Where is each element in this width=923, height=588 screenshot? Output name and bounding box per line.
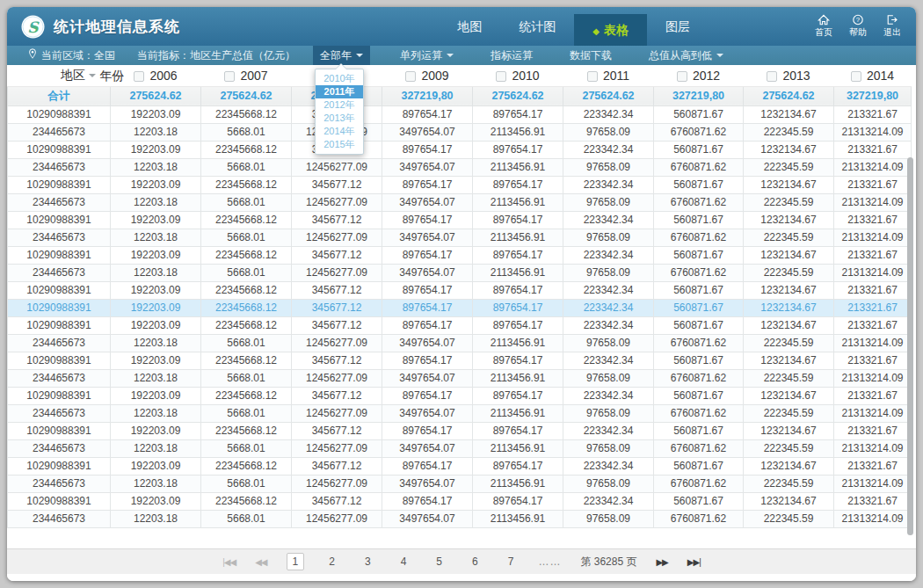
table-row[interactable]: 23446567312203.185668.0112456277.0934976… [8,475,912,492]
table-row[interactable]: 10290988391192203.0922345668.12345677.12… [8,422,912,439]
table-row[interactable]: 23446567312203.185668.0112456277.0934976… [8,404,912,422]
previous-page-button[interactable]: ◀◀ [255,557,266,567]
year-filter-button[interactable]: 全部年 2010年2011年2012年2013年2014年2015年 [313,46,370,65]
tab-table[interactable]: ◆表格 [574,14,647,46]
first-page-button[interactable]: |◀◀ [222,557,236,567]
help-button[interactable]: ? 帮助 [847,14,869,39]
table-cell: 897654.17 [473,299,563,316]
vertical-scrollbar[interactable] [907,157,913,535]
table-row[interactable]: 23446567312203.185668.0112456277.0934976… [8,229,912,246]
table-row[interactable]: 23446567312203.185668.0112456277.0934976… [8,123,912,141]
table-row[interactable]: 10290988391192203.0922345668.12345677.12… [8,316,912,334]
table-cell: 223342.34 [563,299,654,316]
table-cell: 222345.59 [744,510,834,527]
data-download-button[interactable]: 数据下载 [563,46,619,65]
page-number-button[interactable]: 5 [431,554,447,570]
table-row[interactable]: 23446567312203.185668.0112456277.0934976… [8,334,912,352]
year-checkbox[interactable] [851,71,861,82]
total-cell: 275624.62 [563,86,654,105]
table-cell: 560871.67 [654,457,744,475]
table-cell: 21313214.09 [834,264,912,281]
table-row[interactable]: 23446567312203.185668.0112456277.0934976… [8,510,912,527]
year-checkbox[interactable] [134,71,144,82]
table-cell: 560871.67 [654,105,744,123]
column-calc-label: 单列运算 [400,48,442,63]
table-cell: 897654.17 [382,457,473,475]
table-cell: 897654.17 [382,105,473,123]
year-column-header: 2010 [473,65,563,86]
table-row[interactable]: 10290988391192203.0922345668.12345677.12… [8,246,912,264]
year-checkbox[interactable] [767,71,777,82]
exit-icon [886,14,898,25]
logout-button[interactable]: 退出 [881,14,904,39]
table-cell: 897654.17 [382,281,473,299]
table-cell: 22345668.12 [201,352,292,369]
home-button[interactable]: 首页 [812,14,835,39]
column-calc-button[interactable]: 单列运算 [393,46,461,65]
tab-statistics-chart[interactable]: 统计图 [500,7,574,46]
table-cell: 345677.12 [292,299,382,316]
year-option[interactable]: 2015年 [316,138,363,151]
year-column-header: 2014 [834,65,912,86]
indicator-calc-button[interactable]: 指标运算 [483,46,540,65]
table-cell: 97658.09 [563,369,654,387]
table-row[interactable]: 23446567312203.185668.0112456277.0934976… [8,158,912,176]
table-cell: 560871.67 [654,141,744,158]
table-cell: 223342.34 [563,387,654,404]
last-page-button[interactable]: ▶▶| [687,557,701,567]
table-cell: 897654.17 [382,211,473,229]
tab-map[interactable]: 地图 [439,7,500,46]
table-row[interactable]: 23446567312203.185668.0112456277.0934976… [8,264,912,281]
table-cell: 21313214.09 [834,510,912,527]
page-number-button[interactable]: 7 [503,554,520,570]
year-checkbox[interactable] [224,71,235,82]
table-row[interactable]: 10290988391192203.0922345668.12345677.12… [8,176,912,193]
table-row[interactable]: 10290988391192203.0922345668.12345677.12… [8,105,912,123]
year-label: 2014 [867,69,894,83]
year-checkbox[interactable] [405,71,416,82]
table-cell: 22345668.12 [201,457,292,475]
year-option[interactable]: 2014年 [316,125,363,138]
table-cell: 10290988391 [8,246,111,264]
year-checkbox[interactable] [587,71,598,82]
table-cell: 21313214.09 [834,369,912,387]
next-page-button[interactable]: ▶▶ [656,557,667,567]
table-row[interactable]: 23446567312203.185668.0112456277.0934976… [8,193,912,211]
total-cell: 275624.62 [111,86,201,105]
page-number-button[interactable]: 4 [396,554,412,570]
page-number-button[interactable]: 3 [360,554,376,570]
table-cell: 97658.09 [563,439,654,457]
year-checkbox[interactable] [677,71,687,82]
table-row[interactable]: 10290988391192203.0922345668.12345677.12… [8,457,912,475]
year-option[interactable]: 2010年 [316,72,363,85]
table-row[interactable]: 10290988391192203.0922345668.12345677.12… [8,387,912,404]
table-cell: 223342.34 [563,246,654,264]
page-number-button[interactable]: 6 [467,554,483,570]
table-row[interactable]: 10290988391192203.0922345668.12345677.12… [8,352,912,369]
table-cell: 213321.67 [834,316,912,334]
tab-layers[interactable]: 图层 [647,7,709,46]
table-row[interactable]: 23446567312203.185668.0112456277.0934976… [8,439,912,457]
year-option-selected[interactable]: 2011年 [316,85,363,98]
sort-order-button[interactable]: 总值从高到低 [642,46,730,65]
year-option[interactable]: 2012年 [316,98,363,112]
table-cell: 2113456.91 [473,369,563,387]
table-row[interactable]: 23446567312203.185668.0112456277.0934976… [8,369,912,387]
table-cell: 222345.59 [744,193,834,211]
table-cell: 213321.67 [834,246,912,264]
table-cell: 1232134.67 [744,299,834,316]
table-row[interactable]: 10290988391192203.0922345668.12345677.12… [8,141,912,158]
table-row[interactable]: 10290988391192203.0922345668.12345677.12… [8,281,912,299]
page-number-current[interactable]: 1 [287,553,305,570]
table-cell: 97658.09 [563,404,654,422]
table-row[interactable]: 10290988391192203.0922345668.12345677.12… [8,211,912,229]
table-cell: 97658.09 [563,193,654,211]
page-number-button[interactable]: 2 [323,554,340,570]
year-checkbox[interactable] [496,71,506,82]
year-option[interactable]: 2013年 [316,112,363,125]
table-row[interactable]: 10290988391192203.0922345668.12345677.12… [8,492,912,510]
table-row-selected[interactable]: 10290988391192203.0922345668.12345677.12… [8,299,912,316]
table-cell: 10290988391 [8,457,111,475]
region-sort-button[interactable]: 地区 [61,68,96,83]
table-cell: 213321.67 [834,457,912,475]
